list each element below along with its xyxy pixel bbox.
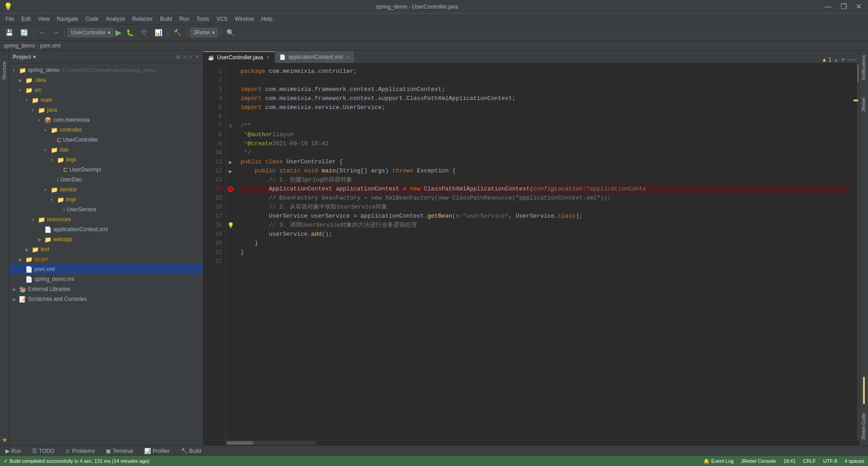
tree-item-applicationContext[interactable]: ▶ 📄 applicationContext.xml — [9, 224, 203, 234]
tree-item-webapp[interactable]: ▶ 📁 webapp — [9, 234, 203, 244]
run-marker-11[interactable]: ▶ — [229, 160, 232, 165]
status-charset[interactable]: UTF-8 — [823, 458, 837, 464]
tree-item-spring_demo[interactable]: ▾ 📁 spring_demo C:\Users\32120\IdeaProje… — [9, 65, 203, 75]
project-dropdown-icon[interactable]: ▾ — [33, 54, 36, 60]
tree-item-main[interactable]: ▾ 📁 main — [9, 95, 203, 105]
jrebel-dropdown[interactable]: JRebel ▾ — [190, 28, 217, 37]
debug-button[interactable]: 🐛 — [123, 28, 137, 38]
menu-file[interactable]: File — [2, 14, 18, 24]
menu-run[interactable]: Run — [176, 14, 193, 24]
code-line-19: userService.add(); — [241, 230, 849, 239]
menu-view[interactable]: View — [34, 14, 53, 24]
horizontal-scrollbar[interactable] — [203, 440, 859, 445]
build-button[interactable]: 🔨 — [171, 28, 184, 38]
status-right: 🔔 Event Log JRebel Console 18:41 CRLF UT… — [703, 458, 864, 464]
search-button[interactable]: 🔍 — [224, 28, 237, 38]
tab-close-icon[interactable]: ✕ — [266, 55, 270, 61]
minimize-button[interactable]: — — [821, 3, 834, 11]
breadcrumb-part-2[interactable]: pom.xml — [40, 43, 61, 49]
tree-item-service[interactable]: ▾ 📁 service — [9, 185, 203, 195]
status-indent[interactable]: 4 spaces — [844, 458, 864, 464]
menu-navigate[interactable]: Navigate — [53, 14, 82, 24]
bottom-tab-terminal[interactable]: ▣ Terminal — [104, 446, 135, 456]
sync-button[interactable]: 🔄 — [18, 28, 31, 38]
tree-item-UserService[interactable]: ▶ I UserService — [9, 204, 203, 214]
editor-scrollbar[interactable] — [853, 63, 859, 440]
locate-file-icon[interactable]: ⊕ — [176, 54, 180, 60]
tree-item-UserDaoImpl[interactable]: ▶ C UserDaoImpl — [9, 165, 203, 175]
bottom-tab-problems[interactable]: ⚠ Problems — [63, 446, 97, 456]
menu-edit[interactable]: Edit — [18, 14, 34, 24]
collapse-all-icon[interactable]: ≡ — [183, 54, 186, 60]
forward-button[interactable]: → — [50, 28, 62, 38]
tree-item-external-libraries[interactable]: ▶ 📚 External Libraries — [9, 284, 203, 294]
kw: import — [241, 103, 262, 112]
gutter-13 — [226, 176, 235, 185]
run-config-dropdown[interactable]: UserController ▾ — [68, 28, 113, 37]
jrebel-guide-icon[interactable]: JRebel Guide — [860, 409, 867, 445]
method: getBean — [428, 212, 453, 221]
status-crlf[interactable]: CRLF — [803, 458, 816, 464]
close-panel-icon[interactable]: ✕ — [195, 54, 199, 60]
save-all-button[interactable]: 💾 — [3, 28, 16, 38]
tree-item-spring_demo.iml[interactable]: ▶ 📄 spring_demo.iml — [9, 274, 203, 284]
code-content[interactable]: package com.meimeixia.controller; import… — [235, 63, 853, 440]
gutter-5 — [226, 103, 235, 112]
event-log-btn[interactable]: 🔔 Event Log — [703, 458, 734, 464]
run-button[interactable]: ▶ — [115, 28, 122, 38]
tree-item-resources[interactable]: ▾ 📁 resources — [9, 214, 203, 224]
menu-window[interactable]: Window — [231, 14, 258, 24]
back-button[interactable]: ← — [37, 28, 48, 38]
scroll-down-icon[interactable]: ▼ — [840, 57, 846, 63]
tree-item-impl-dao[interactable]: ▾ 📁 impl — [9, 155, 203, 165]
scroll-up-icon[interactable]: ▲ — [833, 57, 839, 63]
profile-button[interactable]: 📊 — [152, 28, 165, 38]
hint-icon-18[interactable]: 💡 — [227, 222, 234, 228]
scrollbar-thumb[interactable] — [857, 64, 859, 82]
tree-item-idea[interactable]: ▶ 📁 .idea — [9, 75, 203, 85]
soft-wrap-icon[interactable]: ⟶ — [848, 57, 855, 63]
close-button[interactable]: ✕ — [853, 2, 864, 11]
menu-code[interactable]: Code — [82, 14, 102, 24]
breakpoint-14[interactable] — [228, 186, 233, 192]
run-with-coverage-button[interactable]: 🛡 — [138, 28, 150, 38]
bottom-tab-todo[interactable]: ☰ TODO — [30, 446, 56, 456]
tree-item-com.meimeixia[interactable]: ▾ 📦 com.meimeixia — [9, 115, 203, 125]
menu-analyze[interactable]: Analyze — [102, 14, 129, 24]
tab-applicationContext[interactable]: 📄 applicationContext.xml ✕ — [275, 51, 355, 63]
tree-item-UserController[interactable]: ▶ C UserController — [9, 135, 203, 145]
notifications-icon[interactable]: Notifications — [860, 51, 867, 84]
fold-7[interactable]: ⊟ — [229, 124, 232, 128]
comment: * — [241, 130, 248, 139]
menu-refactor[interactable]: Refactor — [129, 14, 156, 24]
tree-item-pom.xml[interactable]: ▶ 📄 pom.xml — [9, 264, 203, 274]
structure-icon[interactable]: Structure — [1, 52, 8, 89]
tab-UserController[interactable]: ☕ UserController.java ✕ — [203, 51, 275, 63]
tree-item-impl-svc[interactable]: ▾ 📁 impl — [9, 195, 203, 204]
bottom-tab-build[interactable]: 🔨 Build — [179, 446, 203, 456]
favorites-icon[interactable]: ★ — [0, 434, 9, 445]
brace: } — [255, 239, 258, 248]
tree-item-dao[interactable]: ▾ 📁 dao — [9, 145, 203, 155]
menu-tools[interactable]: Tools — [193, 14, 213, 24]
hscroll-thumb[interactable] — [226, 441, 253, 445]
tree-item-controller[interactable]: ▾ 📁 controller — [9, 125, 203, 135]
breadcrumb-part-1[interactable]: spring_demo — [4, 43, 35, 49]
menu-help[interactable]: Help — [258, 14, 276, 24]
tree-item-src[interactable]: ▾ 📁 src — [9, 85, 203, 95]
maximize-button[interactable]: ❐ — [838, 2, 849, 11]
settings-icon[interactable]: ≈ — [189, 54, 192, 60]
tree-item-java[interactable]: ▾ 📁 java — [9, 105, 203, 115]
bottom-tab-run[interactable]: ▶ Run — [4, 446, 23, 456]
bottom-tab-profiler[interactable]: 📊 Profiler — [142, 446, 172, 456]
jrebel-console-btn[interactable]: JRebel Console — [741, 458, 776, 464]
menu-build[interactable]: Build — [156, 14, 176, 24]
tree-item-test[interactable]: ▶ 📁 test — [9, 244, 203, 254]
jrebel-sidebar-icon[interactable]: JRebel — [860, 93, 867, 116]
tab-close-icon[interactable]: ✕ — [346, 54, 350, 60]
tree-item-UserDao[interactable]: ▶ I UserDao — [9, 175, 203, 185]
menu-vcs[interactable]: VCS — [213, 14, 231, 24]
tree-item-target[interactable]: ▶ 📁 target — [9, 254, 203, 264]
tree-item-scratches[interactable]: ▶ 📝 Scratches and Consoles — [9, 294, 203, 304]
run-marker-12[interactable]: ▶ — [229, 169, 232, 174]
